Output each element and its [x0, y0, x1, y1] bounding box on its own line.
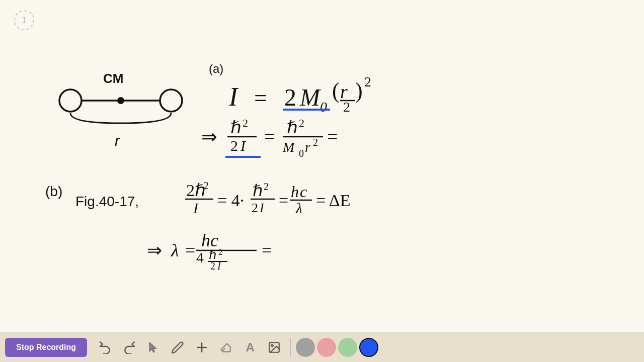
pen-icon — [171, 341, 184, 354]
svg-text:2: 2 — [313, 137, 318, 148]
svg-text:4: 4 — [196, 249, 204, 265]
image-tool-button[interactable] — [263, 336, 285, 358]
svg-text:=: = — [254, 85, 267, 111]
svg-text:=: = — [264, 126, 275, 147]
svg-text:I: I — [259, 201, 265, 215]
svg-text:I: I — [240, 137, 247, 154]
svg-text:ℏ: ℏ — [230, 118, 242, 137]
svg-text:ℏ: ℏ — [209, 248, 216, 261]
stop-recording-button[interactable]: Stop Recording — [5, 338, 87, 357]
svg-text:0: 0 — [299, 148, 304, 159]
svg-text:2: 2 — [210, 260, 215, 272]
svg-text:⇒: ⇒ — [147, 240, 162, 260]
svg-text:λ: λ — [295, 200, 302, 216]
svg-text:I: I — [217, 260, 221, 272]
redo-icon — [123, 341, 136, 354]
eraser-icon — [219, 341, 232, 354]
svg-text:(b): (b) — [45, 184, 62, 199]
svg-text:=: = — [185, 240, 195, 260]
svg-text:hc: hc — [201, 230, 218, 250]
eraser-tool-button[interactable] — [215, 336, 237, 358]
undo-button[interactable] — [94, 336, 116, 358]
svg-text:2: 2 — [230, 137, 238, 154]
plus-icon — [195, 341, 208, 354]
svg-text:2: 2 — [203, 179, 209, 192]
svg-text:M: M — [299, 84, 321, 111]
svg-point-0 — [59, 89, 82, 112]
svg-text:= 4·: = 4· — [217, 191, 244, 210]
math-content: CM r (a) I = 2 M 0 ( r 2 ) 2 ⇒ ℏ 2 — [0, 0, 644, 332]
select-icon — [147, 341, 160, 354]
svg-text:=: = — [279, 191, 288, 210]
svg-text:ℏ: ℏ — [253, 182, 263, 200]
text-tool-button[interactable]: A — [239, 336, 261, 358]
svg-point-70 — [272, 344, 273, 346]
toolbar-separator — [290, 338, 291, 356]
color-blue[interactable] — [359, 338, 378, 357]
pen-tool-button[interactable] — [167, 336, 189, 358]
svg-point-3 — [117, 97, 124, 104]
svg-text:M: M — [282, 139, 295, 155]
svg-text:2: 2 — [343, 99, 350, 115]
svg-text:r: r — [115, 132, 120, 149]
svg-text:I: I — [193, 200, 199, 216]
color-green[interactable] — [338, 338, 357, 357]
svg-text:c: c — [300, 183, 307, 201]
color-pink[interactable] — [317, 338, 336, 357]
image-icon — [268, 341, 281, 354]
svg-text:): ) — [355, 78, 363, 103]
svg-text:h: h — [291, 183, 299, 201]
svg-text:2: 2 — [252, 201, 258, 215]
svg-text:=: = — [327, 126, 338, 147]
svg-text:λ: λ — [171, 240, 179, 260]
svg-text:2: 2 — [284, 84, 296, 111]
svg-text:(a): (a) — [209, 62, 223, 75]
svg-text:2: 2 — [299, 117, 304, 129]
svg-text:2: 2 — [264, 181, 269, 192]
undo-icon — [99, 341, 112, 354]
svg-text:=: = — [262, 240, 272, 260]
text-icon: A — [246, 340, 254, 354]
svg-text:2: 2 — [218, 248, 222, 256]
svg-text:CM: CM — [103, 71, 123, 86]
canvas-area: 1 CM r (a) I = 2 M 0 ( r — [0, 0, 644, 332]
svg-text:I: I — [228, 82, 239, 111]
color-gray[interactable] — [296, 338, 315, 357]
svg-text:= ΔE: = ΔE — [316, 191, 350, 210]
svg-marker-65 — [150, 342, 156, 352]
svg-text:2: 2 — [364, 74, 371, 89]
svg-text:2: 2 — [243, 117, 248, 129]
svg-text:0: 0 — [320, 99, 327, 115]
svg-text:⇒: ⇒ — [201, 126, 217, 147]
toolbar: Stop Recording — [0, 332, 644, 362]
svg-text:ℏ: ℏ — [287, 118, 298, 137]
redo-button[interactable] — [118, 336, 140, 358]
svg-line-68 — [223, 348, 225, 350]
svg-text:r: r — [305, 139, 310, 155]
add-tool-button[interactable] — [191, 336, 213, 358]
svg-text:Fig.40-17,: Fig.40-17, — [75, 194, 139, 209]
svg-text:(: ( — [332, 78, 340, 103]
select-tool-button[interactable] — [142, 336, 165, 358]
svg-point-1 — [160, 89, 182, 112]
